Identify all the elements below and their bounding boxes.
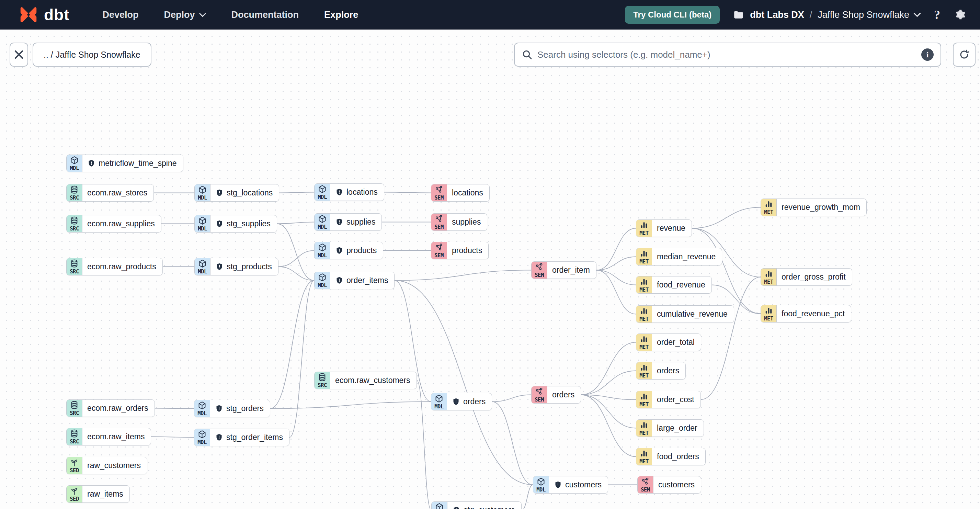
node-stg_supplies[interactable]: MDLstg_supplies — [194, 215, 277, 232]
node-label: customers — [658, 480, 695, 490]
met-icon — [640, 277, 649, 286]
node-label: ecom.raw_items — [87, 432, 145, 441]
met-icon — [640, 449, 649, 458]
node-supplies_m[interactable]: MDLsupplies — [314, 213, 382, 231]
mdl-badge: MDL — [533, 476, 549, 493]
info-icon[interactable]: i — [921, 48, 934, 61]
dbt-logo[interactable]: dbt — [18, 4, 70, 25]
mdl-badge: MDL — [67, 155, 83, 172]
node-median_revenue[interactable]: METmedian_revenue — [636, 248, 722, 266]
close-lineage-button[interactable] — [10, 43, 28, 67]
node-src_items[interactable]: SRCecom.raw_items — [66, 428, 151, 445]
nav-item-develop[interactable]: Develop — [103, 10, 139, 20]
mdl-badge: MDL — [315, 214, 330, 231]
node-label: stg_supplies — [227, 219, 270, 228]
try-cloud-cli-button[interactable]: Try Cloud CLI (beta) — [625, 6, 720, 24]
node-food_revenue_pct[interactable]: METfood_revenue_pct — [760, 305, 851, 323]
node-src_customers[interactable]: SRCecom.raw_customers — [314, 372, 417, 389]
node-label: raw_customers — [87, 461, 141, 470]
node-src_products[interactable]: SRCecom.raw_products — [66, 258, 163, 275]
close-icon — [14, 49, 24, 60]
node-revenue_growth_mom[interactable]: METrevenue_growth_mom — [760, 199, 867, 216]
node-label: food_revenue_pct — [781, 309, 845, 318]
node-locations_s[interactable]: SEMlocations — [431, 184, 490, 202]
node-seed_items[interactable]: SEDraw_items — [66, 485, 130, 503]
node-customers_s[interactable]: SEMcustomers — [637, 476, 701, 493]
folder-icon — [733, 9, 745, 21]
node-stg_products[interactable]: MDLstg_products — [194, 258, 278, 275]
node-src_orders[interactable]: SRCecom.raw_orders — [66, 399, 155, 417]
node-label: food_orders — [657, 452, 699, 461]
node-label: revenue_growth_mom — [781, 203, 860, 212]
sem-icon — [434, 185, 444, 194]
settings-gear-icon[interactable] — [953, 8, 966, 21]
sem-icon — [434, 214, 444, 224]
sem-icon — [641, 477, 650, 486]
nav-item-documentation[interactable]: Documentation — [231, 10, 299, 20]
node-supplies_s[interactable]: SEMsupplies — [431, 213, 487, 231]
node-stg_locations[interactable]: MDLstg_locations — [194, 184, 279, 202]
sem-badge: SEM — [638, 476, 654, 493]
mdl-icon — [318, 185, 327, 194]
lineage-breadcrumb[interactable]: .. / Jaffle Shop Snowflake — [33, 43, 151, 67]
node-products_s[interactable]: SEMproducts — [431, 242, 488, 259]
node-seed_customers[interactable]: SEDraw_customers — [66, 457, 147, 474]
nav-item-deploy[interactable]: Deploy — [164, 10, 206, 20]
shield-icon — [215, 405, 223, 413]
node-cumulative_revenue[interactable]: METcumulative_revenue — [636, 305, 734, 323]
node-order_cost[interactable]: METorder_cost — [636, 391, 701, 408]
node-stg_order_items[interactable]: MDLstg_order_items — [194, 429, 290, 446]
node-food_orders[interactable]: METfood_orders — [636, 448, 706, 465]
shield-icon — [335, 188, 344, 196]
met-icon — [640, 249, 649, 258]
met-icon — [640, 306, 649, 316]
node-mts[interactable]: MDLmetricflow_time_spine — [66, 154, 183, 172]
met-icon — [640, 221, 649, 230]
node-label: order_gross_profit — [781, 272, 846, 282]
environment-selector[interactable]: Jaffle Shop Snowflake — [818, 10, 921, 20]
node-src_stores[interactable]: SRCecom.raw_stores — [66, 184, 154, 202]
node-orders_met[interactable]: METorders — [636, 362, 686, 380]
node-locations_m[interactable]: MDLlocations — [314, 183, 384, 201]
sem-badge: SEM — [431, 214, 447, 231]
node-stg_orders[interactable]: MDLstg_orders — [194, 400, 270, 417]
help-icon[interactable]: ? — [934, 8, 940, 22]
node-order_items[interactable]: MDLorder_items — [314, 272, 395, 289]
node-revenue[interactable]: METrevenue — [636, 220, 692, 237]
met-icon — [764, 306, 773, 315]
mdl-badge: MDL — [315, 242, 330, 259]
search-input[interactable] — [538, 49, 916, 60]
node-products_m[interactable]: MDLproducts — [314, 242, 383, 259]
shield-icon — [335, 247, 344, 255]
search-icon — [522, 49, 533, 60]
node-large_order[interactable]: METlarge_order — [636, 419, 704, 437]
sem-badge: SEM — [431, 242, 447, 259]
nav-item-explore[interactable]: Explore — [324, 10, 358, 20]
lineage-canvas[interactable]: MDLmetricflow_time_spineSRCecom.raw_stor… — [0, 30, 980, 509]
node-label: order_cost — [657, 395, 694, 404]
node-label: raw_items — [87, 490, 123, 499]
node-customers_m[interactable]: MDLcustomers — [533, 476, 608, 493]
node-src_supplies[interactable]: SRCecom.raw_supplies — [66, 215, 161, 232]
src-badge: SRC — [67, 258, 83, 275]
src-badge: SRC — [67, 185, 83, 201]
mdl-badge: MDL — [315, 272, 330, 289]
mdl-badge: MDL — [195, 185, 210, 201]
sem-badge: SEM — [431, 185, 447, 201]
node-label: stg_customers — [464, 506, 515, 509]
top-navbar: dbt DevelopDeployDocumentationExplore Tr… — [0, 0, 980, 30]
node-orders_m[interactable]: MDLorders — [431, 393, 492, 410]
shield-icon — [452, 398, 460, 406]
node-stg_customers[interactable]: MDLstg_customers — [431, 501, 522, 509]
node-orders_s[interactable]: SEMorders — [531, 386, 581, 404]
project-name[interactable]: dbt Labs DX — [750, 10, 804, 20]
node-order_gross_profit[interactable]: METorder_gross_profit — [760, 268, 852, 286]
node-order_total[interactable]: METorder_total — [636, 334, 701, 351]
sem-badge: SEM — [531, 262, 547, 278]
refresh-button[interactable] — [953, 43, 975, 67]
node-order_item_s[interactable]: SEMorder_item — [531, 261, 597, 279]
node-food_revenue[interactable]: METfood_revenue — [636, 276, 712, 294]
met-badge: MET — [636, 448, 652, 465]
node-label: products — [452, 246, 482, 255]
met-badge: MET — [761, 305, 777, 322]
